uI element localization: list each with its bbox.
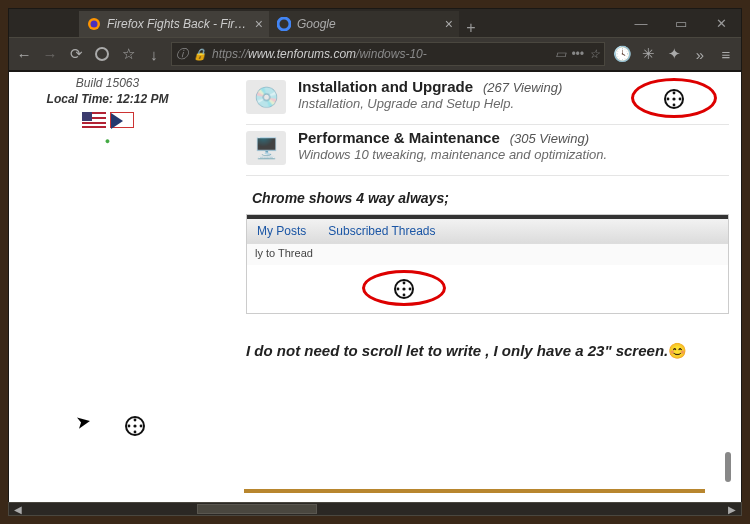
tab-active[interactable]: Firefox Fights Back - Firefo × bbox=[79, 11, 269, 37]
tab-title: Firefox Fights Back - Firefo bbox=[107, 17, 249, 31]
user-sidebar: Build 15063 Local Time: 12:12 PM ● bbox=[9, 72, 206, 515]
post-body: 💿 Installation and Upgrade (267 Viewing)… bbox=[206, 72, 741, 515]
local-time: Local Time: 12:12 PM bbox=[9, 92, 206, 106]
forum-description: Windows 10 tweaking, maintenance and opt… bbox=[298, 147, 729, 162]
firefox-icon bbox=[87, 17, 101, 31]
horizontal-scrollbar[interactable]: ◀ ▶ bbox=[8, 502, 742, 516]
extension-icon[interactable]: ✦ bbox=[665, 45, 683, 63]
url-text: https://www.tenforums.com/windows-10- bbox=[212, 47, 550, 61]
autoscroll-target-icon bbox=[663, 88, 685, 110]
url-bar[interactable]: ⓘ 🔒 https://www.tenforums.com/windows-10… bbox=[171, 42, 605, 66]
lock-icon: 🔒 bbox=[193, 48, 207, 61]
forum-viewing-count: (267 Viewing) bbox=[483, 80, 562, 95]
minimize-button[interactable]: — bbox=[621, 9, 661, 37]
svg-point-18 bbox=[134, 419, 137, 422]
close-button[interactable]: ✕ bbox=[701, 9, 741, 37]
svg-point-11 bbox=[672, 97, 675, 100]
reader-icon[interactable]: ▭ bbox=[555, 47, 566, 61]
info-icon[interactable]: ⓘ bbox=[176, 46, 188, 63]
svg-point-5 bbox=[402, 287, 405, 290]
vertical-scrollbar[interactable] bbox=[725, 452, 731, 482]
svg-point-2 bbox=[278, 18, 290, 30]
browser-window: Firefox Fights Back - Firefo × Google × … bbox=[8, 8, 742, 516]
window-controls: — ▭ ✕ bbox=[621, 9, 741, 37]
embedded-screenshot: My Posts Subscribed Threads ly to Thread bbox=[246, 214, 729, 314]
tab-strip: Firefox Fights Back - Firefo × Google × … bbox=[79, 9, 483, 37]
disc-icon: 💿 bbox=[246, 80, 286, 114]
svg-point-17 bbox=[133, 424, 136, 427]
forum-viewing-count: (305 Viewing) bbox=[510, 131, 589, 146]
scroll-right-icon[interactable]: ▶ bbox=[723, 504, 741, 515]
forum-row: 🖥️ Performance & Maintenance (305 Viewin… bbox=[246, 125, 729, 176]
download-icon[interactable]: ↓ bbox=[145, 45, 163, 63]
svg-point-9 bbox=[409, 288, 412, 291]
close-icon[interactable]: × bbox=[445, 16, 453, 32]
flag-us-icon bbox=[82, 112, 106, 128]
bookmark-star-icon[interactable]: ☆ bbox=[119, 45, 137, 63]
forum-row: 💿 Installation and Upgrade (267 Viewing)… bbox=[246, 74, 729, 125]
embed-body bbox=[247, 265, 728, 313]
content-area: Build 15063 Local Time: 12:12 PM ● 💿 Ins… bbox=[9, 71, 741, 515]
back-button[interactable]: ← bbox=[15, 45, 33, 63]
divider bbox=[244, 489, 705, 493]
tab-inactive[interactable]: Google × bbox=[269, 11, 459, 37]
settings-gear-icon[interactable]: ✳ bbox=[639, 45, 657, 63]
overflow-icon[interactable]: » bbox=[691, 45, 709, 63]
google-search-icon[interactable] bbox=[93, 45, 111, 63]
embed-tab: Subscribed Threads bbox=[328, 224, 435, 238]
svg-point-19 bbox=[134, 431, 137, 434]
svg-point-21 bbox=[140, 425, 143, 428]
note-text: Chrome shows 4 way always; bbox=[252, 190, 729, 206]
scroll-left-icon[interactable]: ◀ bbox=[9, 504, 27, 515]
forum-title[interactable]: Installation and Upgrade bbox=[298, 78, 473, 95]
embed-tabstrip: My Posts Subscribed Threads bbox=[247, 215, 728, 243]
build-label: Build 15063 bbox=[9, 76, 206, 90]
tab-title: Google bbox=[297, 17, 439, 31]
svg-point-6 bbox=[403, 282, 406, 285]
smile-emoji-icon: 😊 bbox=[668, 342, 687, 359]
svg-point-12 bbox=[673, 92, 676, 95]
toolbar: ← → ⟳ ☆ ↓ ⓘ 🔒 https://www.tenforums.com/… bbox=[9, 37, 741, 71]
close-icon[interactable]: × bbox=[255, 16, 263, 32]
svg-point-20 bbox=[128, 425, 131, 428]
svg-point-8 bbox=[397, 288, 400, 291]
scrollbar-thumb[interactable] bbox=[197, 504, 317, 514]
svg-point-3 bbox=[96, 48, 108, 60]
svg-point-15 bbox=[679, 98, 682, 101]
forward-button[interactable]: → bbox=[41, 45, 59, 63]
star-icon[interactable]: ☆ bbox=[589, 47, 600, 61]
google-icon bbox=[277, 17, 291, 31]
autoscroll-target-icon bbox=[393, 278, 415, 300]
flag-ohio-icon bbox=[110, 112, 134, 128]
closing-text: I do not need to scroll let to write , I… bbox=[246, 342, 729, 360]
svg-point-14 bbox=[667, 98, 670, 101]
forum-title[interactable]: Performance & Maintenance bbox=[298, 129, 500, 146]
autoscroll-target-icon bbox=[124, 415, 146, 437]
svg-point-13 bbox=[673, 104, 676, 107]
svg-point-1 bbox=[91, 21, 98, 28]
embed-reply-fragment: ly to Thread bbox=[247, 243, 728, 265]
more-icon[interactable]: ••• bbox=[571, 47, 584, 61]
history-icon[interactable]: 🕓 bbox=[613, 45, 631, 63]
titlebar: Firefox Fights Back - Firefo × Google × … bbox=[9, 9, 741, 37]
online-status-icon: ● bbox=[9, 136, 206, 146]
maximize-button[interactable]: ▭ bbox=[661, 9, 701, 37]
new-tab-button[interactable]: + bbox=[459, 19, 483, 37]
monitor-icon: 🖥️ bbox=[246, 131, 286, 165]
menu-icon[interactable]: ≡ bbox=[717, 45, 735, 63]
flags bbox=[9, 112, 206, 128]
svg-point-7 bbox=[403, 294, 406, 297]
reload-button[interactable]: ⟳ bbox=[67, 45, 85, 63]
embed-tab: My Posts bbox=[257, 224, 306, 238]
